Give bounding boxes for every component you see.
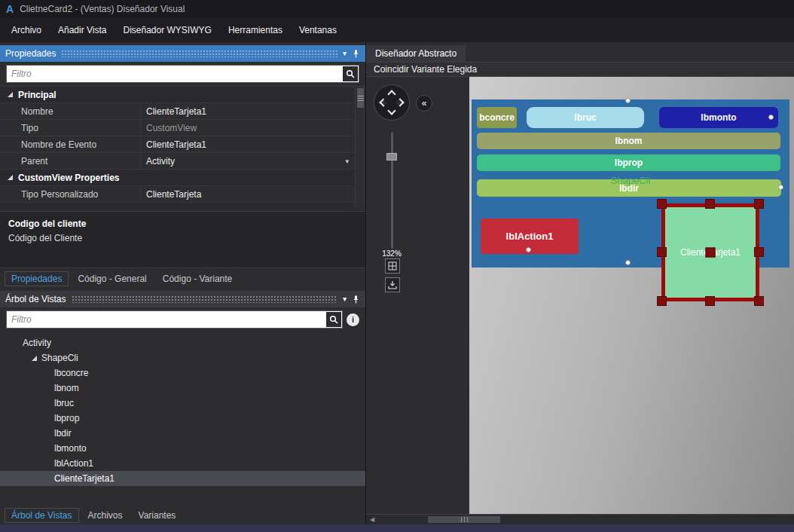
properties-filter-input[interactable] bbox=[7, 66, 343, 82]
property-grid-scrollbar[interactable] bbox=[355, 87, 365, 206]
combo-chevron-icon[interactable]: ▾ bbox=[345, 157, 349, 165]
arrow-up-icon[interactable] bbox=[387, 90, 395, 98]
canvas-label-lbnom[interactable]: lbnom bbox=[477, 133, 780, 149]
coincidir-variante-label[interactable]: Coincidir Variante Elegida bbox=[374, 64, 477, 75]
zoom-slider-track[interactable] bbox=[391, 132, 393, 249]
app-logo: A bbox=[6, 3, 14, 15]
menu-item-herramientas[interactable]: Herramientas bbox=[220, 20, 291, 40]
property-value-nombre-evento[interactable]: ClienteTarjeta1 bbox=[140, 136, 354, 152]
canvas-label-lbdir[interactable]: lbdir bbox=[477, 179, 781, 197]
tree-node-lblaction1[interactable]: lblAction1 bbox=[0, 456, 365, 471]
menu-item-anadir-vista[interactable]: Añadir Vista bbox=[50, 20, 115, 40]
menu-item-disenador-wysiwyg[interactable]: Diseñador WYSIWYG bbox=[115, 20, 220, 40]
arrow-down-icon[interactable] bbox=[387, 106, 395, 115]
resize-handle-bottom[interactable] bbox=[705, 296, 715, 306]
tab-propiedades[interactable]: Propiedades bbox=[5, 271, 69, 286]
main-layout: Propiedades ▾ P bbox=[0, 42, 794, 524]
property-row-tipo[interactable]: Tipo CustomView bbox=[0, 120, 354, 136]
tree-node-lbruc[interactable]: lbruc bbox=[0, 396, 365, 411]
property-value-tipo-personalizado[interactable]: ClienteTarjeta bbox=[140, 186, 354, 202]
tree-node-lbmonto[interactable]: lbmonto bbox=[0, 441, 365, 456]
anchor-dot[interactable] bbox=[625, 260, 631, 265]
tree-node-shapecli[interactable]: ShapeCli bbox=[0, 350, 365, 365]
pin-icon[interactable] bbox=[352, 295, 360, 304]
expander-icon[interactable] bbox=[32, 356, 37, 361]
category-principal[interactable]: Principal bbox=[0, 87, 354, 103]
resize-handle-bottom-left[interactable] bbox=[657, 296, 667, 306]
property-row-parent[interactable]: Parent Activity▾ bbox=[0, 153, 354, 170]
expander-icon bbox=[8, 175, 13, 180]
scroll-left-arrow-icon[interactable]: ◀ bbox=[366, 516, 378, 523]
property-value-tipo: CustomView bbox=[140, 120, 354, 136]
properties-filter-wrap bbox=[6, 65, 359, 83]
search-icon[interactable] bbox=[343, 66, 358, 81]
anchor-dot[interactable] bbox=[625, 98, 631, 103]
resize-handle-top[interactable] bbox=[705, 199, 715, 209]
pin-icon[interactable] bbox=[352, 50, 360, 58]
resize-handle-bottom-right[interactable] bbox=[754, 296, 764, 306]
zoom-slider-thumb[interactable] bbox=[386, 153, 397, 161]
panel-menu-chevron-icon[interactable]: ▾ bbox=[343, 295, 347, 303]
collapse-toolbar-button[interactable]: « bbox=[416, 95, 432, 112]
selection-adorner bbox=[661, 203, 759, 301]
property-description-title: Codigo del cliente bbox=[8, 219, 357, 229]
panel-header-grip bbox=[72, 295, 337, 303]
property-row-tipo-personalizado[interactable]: Tipo Personalizado ClienteTarjeta bbox=[0, 186, 354, 203]
property-row-nombre[interactable]: Nombre ClienteTarjeta1 bbox=[0, 103, 354, 120]
resize-handle-left[interactable] bbox=[657, 247, 667, 257]
properties-panel-title: Propiedades bbox=[5, 48, 56, 59]
canvas-label-lbmonto[interactable]: lbmonto bbox=[659, 107, 778, 128]
menu-item-archivo[interactable]: Archivo bbox=[3, 20, 50, 40]
canvas-label-lbruc[interactable]: lbruc bbox=[527, 107, 644, 128]
property-value-parent[interactable]: Activity▾ bbox=[140, 153, 354, 169]
info-icon[interactable]: i bbox=[347, 313, 359, 326]
views-tree-panel-title: Árbol de Vistas bbox=[5, 294, 66, 304]
panel-menu-chevron-icon[interactable]: ▾ bbox=[343, 50, 347, 57]
tab-disenador-abstracto[interactable]: Diseñador Abstracto bbox=[366, 45, 466, 62]
views-tree-panel-header[interactable]: Árbol de Vistas ▾ bbox=[0, 291, 365, 307]
canvas-label-lbprop[interactable]: lbprop bbox=[477, 154, 780, 171]
property-row-nombre-evento[interactable]: Nombre de Evento ClienteTarjeta1 bbox=[0, 136, 354, 153]
horizontal-scrollbar[interactable]: ◀ bbox=[366, 514, 794, 524]
anchor-dot[interactable] bbox=[768, 115, 774, 120]
category-customview-properties[interactable]: CustomView Properties bbox=[0, 170, 354, 186]
resize-handle-top-right[interactable] bbox=[754, 199, 764, 209]
canvas-label-lbconcre[interactable]: bconcre bbox=[477, 107, 517, 128]
property-value-nombre[interactable]: ClienteTarjeta1 bbox=[140, 103, 354, 119]
scrollbar-thumb[interactable] bbox=[357, 88, 364, 108]
tree-node-lbdir[interactable]: lbdir bbox=[0, 426, 365, 441]
scrollbar-thumb[interactable] bbox=[428, 516, 500, 523]
tree-node-lbprop[interactable]: lbprop bbox=[0, 411, 365, 426]
menu-item-ventanas[interactable]: Ventanas bbox=[291, 20, 345, 40]
arrow-left-icon[interactable] bbox=[379, 98, 387, 106]
move-handle-center[interactable] bbox=[706, 248, 716, 258]
category-clipped[interactable]: Custom Properties bbox=[0, 203, 354, 206]
tree-node-lbconcre[interactable]: lbconcre bbox=[0, 365, 365, 381]
pan-dpad-control[interactable] bbox=[374, 84, 410, 121]
tab-arbol-de-vistas[interactable]: Árbol de Vistas bbox=[5, 508, 79, 523]
expander-icon bbox=[8, 92, 13, 97]
import-view-button[interactable] bbox=[385, 277, 400, 292]
properties-tab-row: Propiedades Código - General Código - Va… bbox=[0, 268, 365, 288]
fit-to-grid-button[interactable] bbox=[385, 258, 400, 274]
tab-codigo-general[interactable]: Código - General bbox=[71, 271, 153, 286]
tree-node-clientetarjeta1[interactable]: ClienteTarjeta1 bbox=[0, 471, 365, 486]
resize-handle-top-left[interactable] bbox=[657, 199, 667, 209]
search-icon[interactable] bbox=[326, 312, 341, 327]
tab-codigo-variante[interactable]: Código - Variante bbox=[156, 271, 240, 286]
tab-archivos[interactable]: Archivos bbox=[81, 508, 130, 523]
tab-variantes[interactable]: Variantes bbox=[132, 508, 183, 523]
tree-filter-input[interactable] bbox=[7, 311, 326, 328]
views-tree: Activity ShapeCli lbconcre lbnom lbruc l… bbox=[0, 332, 365, 505]
zoom-slider[interactable] bbox=[385, 132, 399, 249]
designer-area: bconcre lbruc lbmonto lbnom lbprop lbdir… bbox=[366, 77, 794, 514]
arrow-right-icon[interactable] bbox=[395, 98, 404, 106]
status-bar bbox=[0, 524, 794, 532]
tree-node-activity[interactable]: Activity bbox=[0, 335, 365, 350]
tree-node-lbnom[interactable]: lbnom bbox=[0, 381, 365, 396]
properties-panel-header[interactable]: Propiedades ▾ bbox=[0, 45, 365, 62]
resize-handle-right[interactable] bbox=[754, 247, 764, 257]
anchor-dot[interactable] bbox=[526, 247, 531, 252]
app-window: A ClietneCard2 - (Ventas) Diseñador Visu… bbox=[0, 0, 794, 532]
anchor-dot[interactable] bbox=[778, 185, 783, 190]
